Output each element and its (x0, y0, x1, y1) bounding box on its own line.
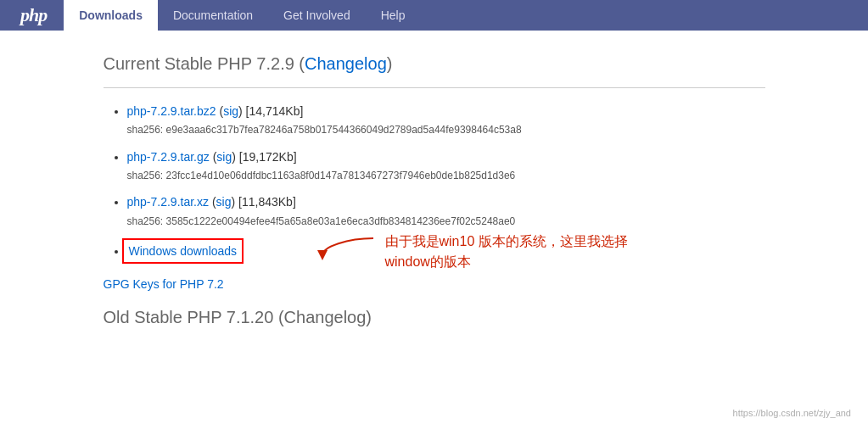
list-item: php-7.2.9.tar.gz (sig) [19,172Kb] sha256… (127, 148, 765, 185)
old-section-title-text: Old Stable PHP 7.1.20 ( (104, 308, 284, 326)
section-divider (104, 87, 765, 88)
windows-annotation-container: Windows downloads 由于我是win10 版本的系统，这里我选择 (127, 238, 244, 264)
changelog-link[interactable]: Changelog (305, 54, 387, 73)
nav-bar: php Downloads Documentation Get Involved… (0, 0, 868, 31)
annotation-line2: window的版本 (385, 254, 471, 269)
old-section-suffix: ) (366, 308, 372, 326)
list-item: php-7.2.9.tar.bz2 (sig) [14,714Kb] sha25… (127, 102, 765, 139)
hash-bz2: sha256: e9e3aaa6c317b7fea78246a758b01754… (127, 122, 765, 138)
main-content: Current Stable PHP 7.2.9 (Changelog) php… (53, 31, 816, 344)
sig-link-bz2[interactable]: sig (223, 104, 238, 118)
list-item: php-7.2.9.tar.xz (sig) [11,843Kb] sha256… (127, 192, 765, 230)
nav-item-documentation[interactable]: Documentation (158, 0, 268, 31)
arrow-svg (314, 230, 382, 272)
hash-gz: sha256: 23fcc1e4d10e06ddfdbc1163a8f0d147… (127, 168, 765, 184)
annotation-text: 由于我是win10 版本的系统，这里我选择 window的版本 (385, 231, 628, 272)
download-link-gz[interactable]: php-7.2.9.tar.gz (127, 150, 210, 164)
file-size-xz: [11,843Kb] (238, 195, 296, 209)
gpg-link[interactable]: GPG Keys for PHP 7.2 (104, 277, 765, 291)
sig-link-gz[interactable]: sig (216, 150, 232, 164)
php-logo-text: php (20, 4, 47, 26)
download-list: php-7.2.9.tar.bz2 (sig) [14,714Kb] sha25… (104, 102, 765, 264)
file-size-bz2: [14,714Kb] (246, 104, 304, 118)
download-link-xz[interactable]: php-7.2.9.tar.xz (127, 195, 210, 209)
section-title-text: Current Stable PHP 7.2.9 ( (104, 54, 305, 73)
nav-item-get-involved[interactable]: Get Involved (268, 0, 366, 31)
annotation-line1: 由于我是win10 版本的系统，这里我选择 (385, 234, 628, 248)
old-changelog-link[interactable]: Changelog (284, 308, 367, 326)
sig-link-xz[interactable]: sig (216, 195, 232, 209)
nav-logo: php (7, 0, 60, 31)
section-title-suffix: ) (387, 54, 393, 73)
windows-list-item: Windows downloads 由于我是win10 版本的系统，这里我选择 (127, 238, 765, 264)
nav-item-help[interactable]: Help (366, 0, 421, 31)
old-section-title: Old Stable PHP 7.1.20 (Changelog) (104, 308, 765, 327)
windows-downloads-link[interactable]: Windows downloads (129, 244, 238, 258)
annotation-arrow: 由于我是win10 版本的系统，这里我选择 window的版本 (314, 230, 628, 272)
nav-item-downloads[interactable]: Downloads (64, 0, 158, 31)
current-section-title: Current Stable PHP 7.2.9 (Changelog) (104, 54, 765, 74)
download-link-bz2[interactable]: php-7.2.9.tar.bz2 (127, 104, 216, 118)
windows-downloads-box: Windows downloads (122, 238, 244, 264)
hash-xz: sha256: 3585c1222e00494efee4f5a65a8e03a1… (127, 214, 765, 230)
file-size-gz: [19,172Kb] (239, 150, 297, 164)
